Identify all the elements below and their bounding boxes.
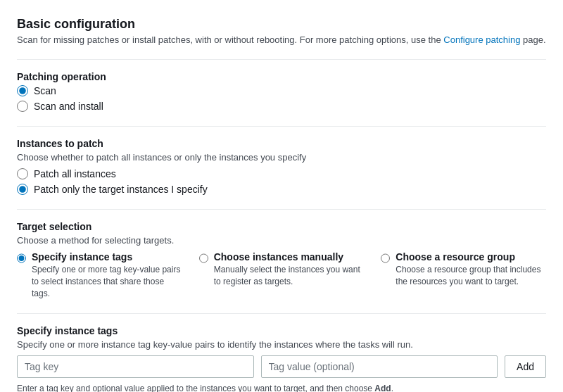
target-option-tags-text: Specify instance tags Specify one or mor… — [32, 251, 182, 299]
resource-group-desc: Choose a resource group that includes th… — [396, 264, 546, 288]
tag-value-input[interactable] — [261, 355, 498, 378]
tag-hint: Enter a tag key and optional value appli… — [17, 384, 546, 392]
target-selection-label: Target selection — [17, 221, 546, 232]
radio-patch-all-input[interactable] — [17, 168, 28, 179]
target-option-tags: Specify instance tags Specify one or mor… — [17, 251, 182, 299]
specify-instance-tags-section: Specify instance tags Specify one or mor… — [17, 325, 546, 392]
specify-tags-desc: Specify one or more tag key-value pairs … — [32, 264, 182, 299]
choose-manually-title: Choose instances manually — [214, 251, 365, 263]
choose-manually-desc: Manually select the instances you want t… — [214, 264, 365, 288]
radio-choose-manually-input[interactable] — [199, 253, 208, 264]
page-title: Basic configuration — [17, 17, 546, 32]
radio-scan[interactable]: Scan — [17, 85, 546, 96]
subtitle-suffix-text: page. — [523, 34, 546, 45]
target-selection-desc: Choose a method for selecting targets. — [17, 235, 546, 246]
target-option-resource-group-text: Choose a resource group Choose a resourc… — [396, 251, 546, 288]
radio-patch-target-input[interactable] — [17, 184, 28, 195]
instances-to-patch-options: Patch all instances Patch only the targe… — [17, 168, 546, 195]
radio-scan-install-input[interactable] — [17, 101, 28, 112]
instances-to-patch-desc: Choose whether to patch all instances or… — [17, 152, 546, 163]
subtitle-text: Scan for missing patches or install patc… — [17, 34, 441, 45]
target-option-manual-text: Choose instances manually Manually selec… — [214, 251, 365, 288]
instances-to-patch-section: Instances to patch Choose whether to pat… — [17, 138, 546, 195]
target-selection-section: Target selection Choose a method for sel… — [17, 221, 546, 299]
instances-to-patch-label: Instances to patch — [17, 138, 546, 149]
add-tag-button[interactable]: Add — [505, 355, 546, 378]
divider-3 — [17, 209, 546, 210]
resource-group-title: Choose a resource group — [396, 251, 546, 263]
tag-hint-bold: Add — [374, 384, 391, 392]
radio-scan-install[interactable]: Scan and install — [17, 101, 546, 112]
patching-operation-section: Patching operation Scan Scan and install — [17, 71, 546, 112]
page-subtitle: Scan for missing patches or install patc… — [17, 34, 546, 45]
tag-key-input[interactable] — [17, 355, 254, 378]
specify-tags-title: Specify instance tags — [32, 251, 182, 263]
target-options-container: Specify instance tags Specify one or mor… — [17, 251, 546, 299]
tag-hint-period: . — [391, 384, 393, 392]
target-option-manual: Choose instances manually Manually selec… — [199, 251, 365, 299]
tag-hint-text: Enter a tag key and optional value appli… — [17, 384, 372, 392]
configure-patching-link[interactable]: Configure patching — [443, 34, 520, 45]
radio-patch-all-label: Patch all instances — [34, 168, 116, 179]
radio-patch-all[interactable]: Patch all instances — [17, 168, 546, 179]
divider-2 — [17, 126, 546, 127]
patching-operation-label: Patching operation — [17, 71, 546, 82]
divider-1 — [17, 59, 546, 60]
radio-scan-input[interactable] — [17, 85, 28, 96]
specify-instance-tags-desc: Specify one or more instance tag key-val… — [17, 339, 546, 350]
radio-resource-group-input[interactable] — [381, 253, 390, 264]
tag-inputs-row: Add — [17, 355, 546, 378]
patching-operation-options: Scan Scan and install — [17, 85, 546, 112]
radio-scan-install-label: Scan and install — [34, 101, 103, 112]
radio-scan-label: Scan — [34, 85, 56, 96]
radio-patch-target-label: Patch only the target instances I specif… — [34, 184, 208, 195]
divider-4 — [17, 313, 546, 314]
specify-instance-tags-label: Specify instance tags — [17, 325, 546, 336]
radio-specify-tags-input[interactable] — [17, 253, 26, 264]
radio-patch-target[interactable]: Patch only the target instances I specif… — [17, 184, 546, 195]
target-option-resource-group: Choose a resource group Choose a resourc… — [381, 251, 546, 299]
